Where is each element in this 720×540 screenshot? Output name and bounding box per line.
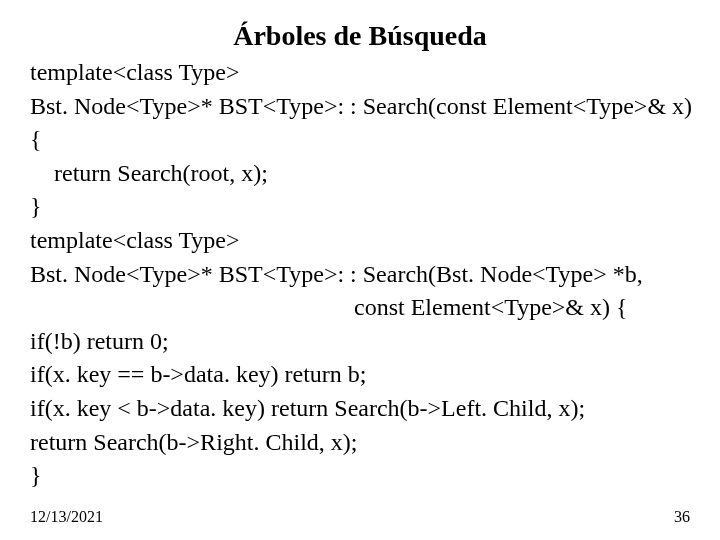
code-line: const Element<Type>& x) { bbox=[30, 294, 628, 320]
footer: 12/13/2021 36 bbox=[30, 508, 690, 526]
code-line: if(!b) return 0; bbox=[30, 328, 169, 354]
code-block: template<class Type> Bst. Node<Type>* BS… bbox=[30, 56, 690, 493]
code-line: } bbox=[30, 462, 42, 488]
slide: Árboles de Búsqueda template<class Type>… bbox=[0, 0, 720, 540]
code-line: if(x. key == b->data. key) return b; bbox=[30, 361, 367, 387]
code-line: Bst. Node<Type>* BST<Type>: : Search(con… bbox=[30, 93, 692, 119]
code-line: if(x. key < b->data. key) return Search(… bbox=[30, 395, 585, 421]
code-line: template<class Type> bbox=[30, 59, 240, 85]
code-line: } bbox=[30, 193, 42, 219]
code-line: Bst. Node<Type>* BST<Type>: : Search(Bst… bbox=[30, 261, 643, 287]
slide-title: Árboles de Búsqueda bbox=[30, 20, 690, 52]
code-line: template<class Type> bbox=[30, 227, 240, 253]
code-line: { bbox=[30, 126, 42, 152]
code-line: return Search(b->Right. Child, x); bbox=[30, 429, 357, 455]
code-line: return Search(root, x); bbox=[30, 160, 268, 186]
footer-date: 12/13/2021 bbox=[30, 508, 103, 526]
page-number: 36 bbox=[674, 508, 690, 526]
